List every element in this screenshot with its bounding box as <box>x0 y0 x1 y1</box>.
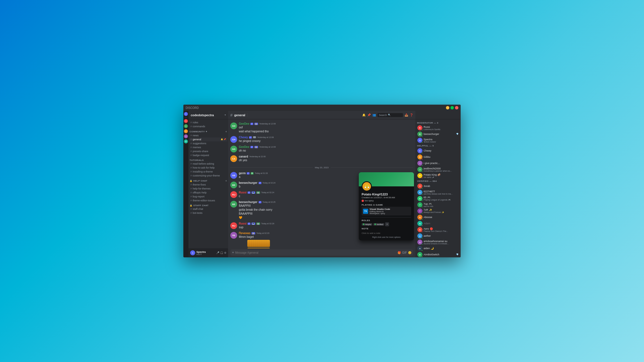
staff-chat-header[interactable]: 🔒 STAFF CHAT <box>188 203 228 207</box>
channel-item-bot-tests[interactable]: # bot-tests <box>189 211 227 215</box>
member-item-7xr[interactable]: 7 7xR ✨ Always and Forever ✨ <box>416 208 460 214</box>
tutorials-header[interactable]: TUTORIALS <box>188 158 228 162</box>
server-icon-3[interactable]: G <box>184 124 188 128</box>
help-icon[interactable]: ❓ <box>410 113 413 117</box>
message-avatar: BE <box>230 201 237 208</box>
bell-icon[interactable]: 🔔 <box>362 113 366 117</box>
member-item-aimbot[interactable]: A AimBotSwitch 💎 <box>416 251 460 257</box>
server-icon-codedotspectra[interactable]: C <box>184 112 188 116</box>
emoji-icon[interactable]: 😊 <box>408 251 411 254</box>
badge2: 🛡 <box>253 136 256 138</box>
channel-item-suggestions[interactable]: # suggestions <box>189 141 227 145</box>
member-item-aero[interactable]: A Aero 🔴 Playing Tom Clancy's The... <box>416 227 460 233</box>
spicy-text: too spicy <box>365 199 374 202</box>
channel-item-commands[interactable]: # commands <box>189 124 227 128</box>
role-add-button[interactable]: + <box>385 222 389 226</box>
server-divider <box>184 117 187 118</box>
minimize-button[interactable] <box>446 106 449 109</box>
profile-created: Created on 1/2/2017, 9:44:59 AM <box>362 196 411 199</box>
community-add-icon[interactable]: + <box>225 130 227 133</box>
tutorials-label: TUTORIALS <box>190 159 204 161</box>
member-item-potato-king[interactable]: P Potato King 🥔 too spicy 🌶 <box>416 173 460 179</box>
badge: ✓ <box>249 136 252 139</box>
channel-item-how-to-ask[interactable]: # how-to-ask-for-help <box>189 166 227 170</box>
attach-icon[interactable]: + <box>232 251 234 255</box>
member-item-adam[interactable]: A Adam <box>416 220 460 227</box>
input-tools: 🎁 GIF 😊 <box>398 251 411 254</box>
member-item-ahobo[interactable]: a aHobowhosnamei su Ascend Dreams In A M… <box>416 239 460 245</box>
member-item-62274677[interactable]: 6 62274677 ask they always ask how to ma… <box>416 189 460 195</box>
help-chat-header[interactable]: 🔒 HELP CHAT + <box>188 178 228 183</box>
member-item-spectra[interactable]: S Spectra 'British noises' <box>416 137 460 143</box>
server-header[interactable]: codedotspectra ▾ <box>188 111 228 119</box>
member-name: beesechurger <box>424 133 439 135</box>
message-text: he pinged croony <box>239 139 413 143</box>
member-item-aiden[interactable]: a aiden 🌙 <box>416 245 460 251</box>
maximize-button[interactable] <box>450 106 454 109</box>
member-status: 'British noises' <box>424 141 436 143</box>
badge2: 🤖 <box>254 146 258 148</box>
note-input[interactable] <box>362 232 411 234</box>
channel-item-help-for-themes[interactable]: # help-for-themes <box>189 187 227 191</box>
community-header[interactable]: COMMUNITY ✦ + <box>188 129 228 133</box>
inbox-icon[interactable]: 📥 <box>405 113 408 117</box>
help-chat-add-icon[interactable]: + <box>225 179 227 182</box>
member-item-chewy[interactable]: C Chewy <box>416 148 460 154</box>
member-item-aether[interactable]: a aether <box>416 233 460 239</box>
channel-item-customizing-theme[interactable]: # customizing-your-theme <box>189 174 227 178</box>
channel-item-offtopic-help[interactable]: # offtopic-help <box>189 191 227 195</box>
close-button[interactable] <box>455 106 458 109</box>
member-item-7up[interactable]: 7 7up 🎮 ask for info <box>416 202 460 208</box>
member-item-give-practic[interactable]: I i give practic... <box>416 160 460 166</box>
channel-item-staff-chat[interactable]: # staff-chat <box>189 207 227 211</box>
settings-button[interactable]: ⚙ <box>224 251 226 254</box>
members-list: MODERATOR — 3 R Russi Listening to Spoti… <box>415 119 461 257</box>
member-item-3orab[interactable]: 3 3orab <box>416 183 460 189</box>
message-input[interactable] <box>235 251 396 254</box>
server-icon-4[interactable]: D <box>184 129 188 133</box>
pin-icon[interactable]: 📌 <box>367 113 371 117</box>
member-name: Aero 🔴 <box>424 227 459 230</box>
server-icon-6[interactable]: M <box>184 139 188 143</box>
user-controls: 🎤 🎧 ⚙ <box>216 251 226 254</box>
channel-item-read-before-asking[interactable]: # read-before-asking <box>189 162 227 166</box>
roles-row: Helpful Verified + <box>362 222 411 226</box>
profile-footer[interactable]: Right click user for more options <box>362 236 411 238</box>
member-avatar: G <box>417 154 422 160</box>
channel-item-theme-editor-issues[interactable]: # theme-editor-issues <box>189 199 227 202</box>
status-dot <box>421 250 423 251</box>
status-dot <box>421 231 423 232</box>
profile-avatar-wrap: 😤 <box>362 181 372 191</box>
headset-button[interactable]: 🎧 <box>220 251 223 254</box>
channel-item-news[interactable]: # news <box>189 133 227 137</box>
role-verified: Verified <box>373 223 384 226</box>
server-icon-5[interactable]: A <box>184 134 188 138</box>
member-avatar: C <box>417 148 422 153</box>
server-icon-2[interactable]: S <box>184 119 188 123</box>
channel-item-installing-theme[interactable]: # installing-a-theme <box>189 170 227 174</box>
channel-item-general[interactable]: # general 🔔 📌 <box>189 137 227 141</box>
search-box[interactable]: Search 🔍 <box>377 113 403 117</box>
members-icon[interactable]: 👥 <box>372 113 376 117</box>
message-author: GeeDee <box>239 122 249 125</box>
channel-item-presets-share[interactable]: # presets-share <box>189 149 227 153</box>
member-item-65[interactable]: 6 65 🎮 Playing League of Legends 🎮 <box>416 195 460 202</box>
gift-icon[interactable]: 🎁 <box>398 251 401 254</box>
channel-item-bug-report[interactable]: # bug-report <box>189 195 227 199</box>
member-item-gibbu[interactable]: G Gibbu <box>416 154 460 160</box>
member-item-jwalbrecht[interactable]: J jwalbrecht2000 everything is greener w… <box>416 166 460 173</box>
channel-item-memes[interactable]: # memes <box>189 145 227 149</box>
member-item-aboose[interactable]: A Aboose <box>416 214 460 220</box>
member-item-russi[interactable]: R Russi Listening to Spotify <box>416 125 460 131</box>
channel-item-theme-fixes[interactable]: # theme-fixes <box>189 183 227 187</box>
date-divider: May 20, 2023 <box>230 166 413 169</box>
status-dot <box>421 225 423 226</box>
gif-icon[interactable]: GIF <box>402 251 407 254</box>
member-name: aether <box>424 234 431 237</box>
member-item-beesechurger[interactable]: B beesechurger 💎 <box>416 131 460 137</box>
channel-item-rules[interactable]: # rules <box>189 120 227 124</box>
message-input-box[interactable]: + 🎁 GIF 😊 <box>230 249 413 256</box>
status-dot <box>421 152 423 154</box>
channel-item-badge-request[interactable]: # badge-request <box>189 153 227 157</box>
mic-button[interactable]: 🎤 <box>216 251 219 254</box>
